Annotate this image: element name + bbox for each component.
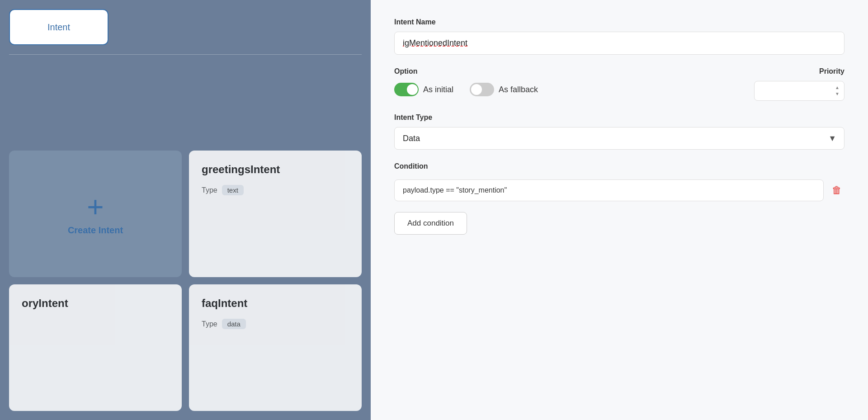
- as-fallback-label: As fallback: [499, 85, 538, 94]
- faq-type-label: Type: [202, 320, 217, 328]
- greetings-type-badge: text: [222, 185, 244, 195]
- greetings-intent-title: greetingsIntent: [202, 163, 349, 176]
- create-intent-plus-icon: +: [87, 193, 104, 222]
- priority-label: Priority: [819, 67, 844, 76]
- faq-intent-title: faqIntent: [202, 297, 349, 310]
- ory-intent-card[interactable]: oryIntent: [9, 284, 182, 411]
- priority-input[interactable]: [754, 81, 844, 101]
- greetings-type-label: Type: [202, 186, 217, 194]
- faq-intent-type-row: Type data: [202, 319, 349, 329]
- greetings-intent-type-row: Type text: [202, 185, 349, 195]
- intent-type-label: Intent Type: [394, 113, 844, 122]
- option-label: Option: [394, 67, 538, 76]
- intent-name-label: Intent Name: [394, 18, 844, 26]
- as-initial-toggle-item[interactable]: As initial: [394, 83, 453, 96]
- add-condition-label: Add condition: [407, 219, 454, 227]
- condition-label: Condition: [394, 162, 844, 170]
- faq-intent-card[interactable]: faqIntent Type data: [189, 284, 362, 411]
- left-divider: [9, 54, 362, 55]
- option-section: Option As initial As fallback: [394, 67, 538, 96]
- create-intent-label: Create Intent: [68, 225, 123, 236]
- condition-input[interactable]: [394, 179, 824, 201]
- intent-header-card: Intent: [9, 9, 108, 45]
- intent-header-label: Intent: [47, 22, 70, 33]
- intent-type-select[interactable]: Data Text Event: [394, 127, 844, 150]
- as-initial-toggle[interactable]: [394, 83, 419, 96]
- condition-delete-button[interactable]: 🗑: [829, 182, 844, 199]
- right-panel: Intent Name Option As initial As fall: [371, 0, 868, 420]
- priority-down-button[interactable]: ▼: [835, 91, 840, 97]
- as-fallback-toggle-item[interactable]: As fallback: [470, 83, 538, 96]
- as-fallback-knob: [471, 84, 482, 95]
- priority-up-button[interactable]: ▲: [835, 85, 840, 90]
- intent-type-select-wrapper: Data Text Event ▼: [394, 127, 844, 150]
- greetings-intent-card[interactable]: greetingsIntent Type text: [189, 151, 362, 277]
- toggles-row: As initial As fallback: [394, 83, 538, 96]
- ory-intent-title: oryIntent: [22, 297, 169, 310]
- as-initial-label: As initial: [423, 85, 453, 94]
- priority-section: Priority ▲ ▼: [754, 67, 844, 101]
- add-condition-button[interactable]: Add condition: [394, 212, 467, 235]
- priority-spinners: ▲ ▼: [835, 85, 840, 97]
- as-fallback-toggle[interactable]: [470, 83, 494, 96]
- faq-type-badge: data: [222, 319, 246, 329]
- condition-row: 🗑: [394, 179, 844, 201]
- intent-name-input[interactable]: [394, 32, 844, 55]
- priority-input-wrapper: ▲ ▼: [754, 81, 844, 101]
- as-initial-knob: [407, 84, 418, 95]
- left-panel: Intent + Create Intent greetingsIntent T…: [0, 0, 371, 420]
- options-priority-row: Option As initial As fallback: [394, 67, 844, 101]
- create-intent-card[interactable]: + Create Intent: [9, 151, 182, 277]
- trash-icon: 🗑: [832, 184, 842, 196]
